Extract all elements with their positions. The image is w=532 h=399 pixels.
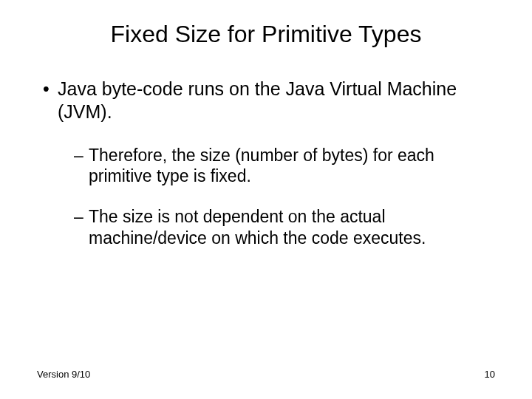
bullet-level1: •Java byte-code runs on the Java Virtual… xyxy=(37,78,495,124)
slide-footer: Version 9/10 10 xyxy=(37,369,495,380)
slide-title: Fixed Size for Primitive Types xyxy=(37,21,495,48)
bullet-level2: –Therefore, the size (number of bytes) f… xyxy=(37,145,495,188)
bullet-text: Java byte-code runs on the Java Virtual … xyxy=(58,78,457,122)
bullet-text: Therefore, the size (number of bytes) fo… xyxy=(89,146,434,186)
dash-icon: – xyxy=(74,206,89,228)
dash-icon: – xyxy=(74,145,89,166)
version-label: Version 9/10 xyxy=(37,369,90,380)
bullet-dot-icon: • xyxy=(43,78,58,100)
bullet-level2: –The size is not dependent on the actual… xyxy=(37,206,495,249)
page-number: 10 xyxy=(485,369,495,380)
bullet-text: The size is not dependent on the actual … xyxy=(89,207,426,248)
